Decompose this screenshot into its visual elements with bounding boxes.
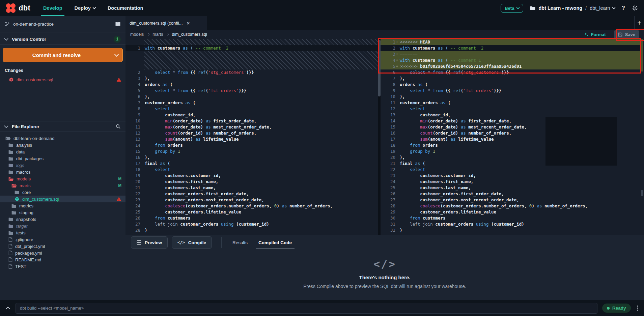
code-line[interactable]: 7),: [381, 76, 641, 82]
project-switcher[interactable]: dbt Learn - mwong / dbt_learn: [530, 5, 615, 11]
tree-item-analysis[interactable]: analysis: [0, 142, 125, 148]
code-line[interactable]: 15 group by 1: [125, 148, 378, 154]
environment-selector[interactable]: dbt_learn: [590, 5, 615, 11]
code-line[interactable]: 28): [125, 227, 378, 233]
crumb-models[interactable]: models: [130, 32, 144, 37]
code-line[interactable]: 19 group by 1: [381, 148, 641, 154]
save-button[interactable]: Save: [614, 30, 639, 38]
code-line[interactable]: 4orders as (: [125, 82, 378, 88]
code-line[interactable]: 18 from orders: [381, 142, 641, 148]
code-line[interactable]: 17final as (: [125, 161, 378, 167]
changed-file-row[interactable]: dim_customers.sql: [0, 76, 125, 83]
compile-button[interactable]: </> Compile: [172, 236, 212, 249]
code-line[interactable]: 12 select: [381, 106, 641, 112]
tree-item-tests[interactable]: tests: [0, 229, 125, 236]
code-line[interactable]: 11customer_orders as (: [381, 100, 641, 106]
code-line[interactable]: 28 coalesce(customer_orders.number_of_or…: [381, 203, 641, 209]
code-line[interactable]: 10 min(order_date) as first_order_date,: [125, 118, 378, 124]
code-line[interactable]: 15 max(order_date) as most_recent_order_…: [381, 124, 641, 130]
code-line[interactable]: 17 sum(amount) as lifetime_value: [381, 136, 641, 142]
code-line[interactable]: 27 left join customer_orders using (cust…: [125, 221, 378, 227]
tree-item-dbt-learn-on-demand[interactable]: dbt-learn-on-demand: [0, 135, 125, 142]
code-line[interactable]: 30 from customers: [381, 215, 641, 221]
git-branch-row[interactable]: on-demand-practice: [0, 16, 125, 32]
code-line[interactable]: 3+=======: [381, 51, 641, 57]
tree-item-dbt-project-yml[interactable]: dbt_project.yml: [0, 243, 125, 250]
search-icon[interactable]: [115, 124, 121, 129]
tree-item-metrics[interactable]: metrics: [0, 202, 125, 209]
code-line[interactable]: 10),: [381, 94, 641, 100]
code-line[interactable]: 32): [381, 227, 641, 233]
tab-dim-customers[interactable]: dim_customers.sql (confli... ×: [125, 16, 207, 30]
commit-and-resolve-button[interactable]: Commit and resolve: [3, 48, 123, 62]
file-explorer-header[interactable]: File Explorer: [0, 121, 125, 132]
nav-develop[interactable]: Develop: [43, 0, 62, 16]
tree-item--gitignore[interactable]: .gitignore: [0, 236, 125, 243]
tree-item-staging[interactable]: staging: [0, 209, 125, 216]
code-line[interactable]: 9 select * from {{ ref('fct_orders')}}: [381, 88, 641, 94]
tab-results[interactable]: Results: [232, 235, 248, 250]
preview-button[interactable]: Preview: [131, 236, 168, 249]
overflow-menu-icon[interactable]: [636, 304, 640, 312]
code-line[interactable]: 25 customer_orders.lifetime_value: [125, 209, 378, 215]
code-line[interactable]: 26 from customers: [125, 215, 378, 221]
code-line[interactable]: 16 count(order_id) as number_of_orders,: [381, 130, 641, 136]
code-line[interactable]: 14 from orders: [125, 142, 378, 148]
close-icon[interactable]: ×: [187, 20, 190, 26]
code-line[interactable]: 24 customers.first_name,: [381, 179, 641, 185]
code-line[interactable]: 7customer_orders as (: [125, 100, 378, 106]
tree-item-packages-yml[interactable]: packages.yml: [0, 250, 125, 256]
code-line[interactable]: 20 customers.first_name,: [125, 179, 378, 185]
code-line[interactable]: 25 customers.last_name,: [381, 185, 641, 191]
code-line[interactable]: 21 customers.last_name,: [125, 185, 378, 191]
diff-pane-source[interactable]: 1+<<<<<<< HEAD2with customers as ( -- co…: [381, 39, 641, 235]
diff-sash[interactable]: [378, 39, 381, 235]
code-line[interactable]: 5 select * from {{ ref('fct_orders')}}: [125, 88, 378, 94]
commit-options-caret[interactable]: [110, 48, 122, 62]
code-line[interactable]: 22 select: [381, 167, 641, 173]
code-line[interactable]: 31 left join customer_orders using (cust…: [381, 221, 641, 227]
scrollbar-thumb[interactable]: [641, 190, 643, 196]
code-line[interactable]: 18 select: [125, 167, 378, 173]
code-line[interactable]: 27 customer_orders.most_recent_order_dat…: [381, 197, 641, 203]
tree-item-dim-customers-sql[interactable]: dim_customers.sql: [0, 196, 125, 202]
expand-panel-icon[interactable]: [5, 306, 11, 310]
code-line[interactable]: 8orders as (: [381, 82, 641, 88]
tree-item-target[interactable]: target: [0, 223, 125, 229]
code-line[interactable]: 2 select * from {{ ref('stg_customers')}…: [125, 69, 378, 76]
status-badge[interactable]: Ready: [602, 304, 631, 313]
code-line[interactable]: 8 select: [125, 106, 378, 112]
code-line[interactable]: 11 max(order_date) as most_recent_order_…: [125, 124, 378, 130]
code-line[interactable]: 21final as (: [381, 161, 641, 167]
tree-item-core[interactable]: core: [0, 189, 125, 196]
code-line[interactable]: 23 customer_orders.most_recent_order_dat…: [125, 197, 378, 203]
tree-item-data[interactable]: data: [0, 148, 125, 155]
gear-icon[interactable]: [632, 5, 638, 11]
new-tab-button[interactable]: +: [634, 16, 644, 30]
code-line[interactable]: 22 customer_orders.first_order_date,: [125, 191, 378, 197]
tree-item-test[interactable]: TEST: [0, 263, 125, 270]
tree-item-dbt-packages[interactable]: dbt_packages: [0, 155, 125, 162]
code-line[interactable]: 6 select * from {{ ref('stg_customers')}…: [381, 69, 641, 76]
code-line[interactable]: 14 min(order_date) as first_order_date,: [381, 118, 641, 124]
beta-toggle[interactable]: Beta: [501, 4, 523, 13]
tree-item-logs[interactable]: logs: [0, 162, 125, 169]
overview-ruler[interactable]: [641, 39, 644, 235]
code-line[interactable]: 3),: [125, 76, 378, 82]
code-line[interactable]: 13 customer_id,: [381, 112, 641, 118]
tree-item-marts[interactable]: martsM: [0, 182, 125, 189]
tree-item-models[interactable]: modelsM: [0, 175, 125, 182]
code-line[interactable]: 26 customer_orders.first_order_date,: [381, 191, 641, 197]
format-button[interactable]: Format: [584, 32, 606, 37]
code-line[interactable]: 16),: [125, 154, 378, 161]
tree-item-readme-md[interactable]: README.md: [0, 256, 125, 263]
crumb-marts[interactable]: marts: [152, 32, 163, 37]
code-line[interactable]: 23 customers.customer_id,: [381, 173, 641, 179]
diff-pane-result[interactable]: 1with customers as ( -- comment 22 selec…: [125, 39, 378, 235]
command-input[interactable]: [16, 303, 597, 314]
code-line[interactable]: 5+>>>>>>> b81f802a66fd544504c65721e3ffaa…: [381, 63, 641, 69]
code-line[interactable]: 9 customer_id,: [125, 112, 378, 118]
version-control-header[interactable]: Version Control 1: [0, 34, 125, 45]
tab-compiled-code[interactable]: Compiled Code: [258, 235, 292, 250]
tree-item-macros[interactable]: macros: [0, 169, 125, 175]
